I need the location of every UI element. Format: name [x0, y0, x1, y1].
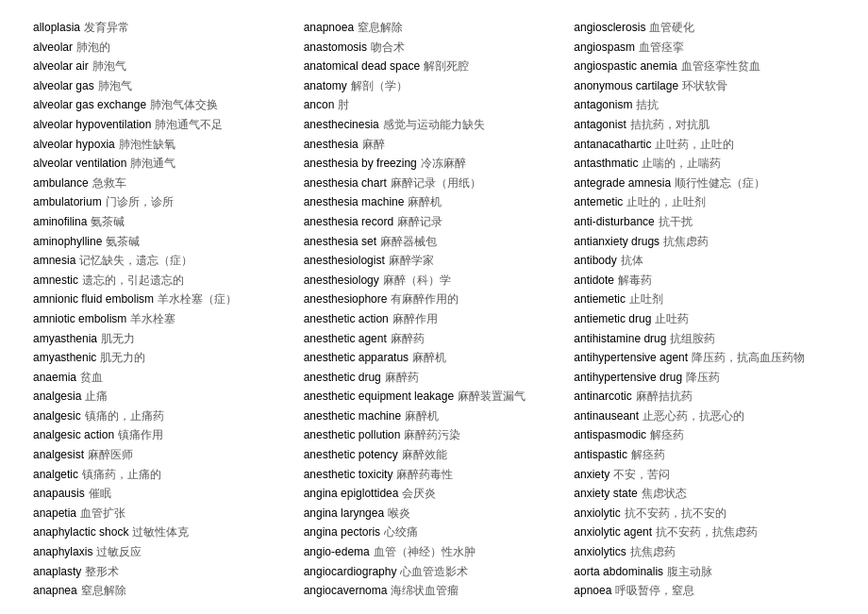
entry-definition: 血管扩张 [80, 505, 125, 523]
entry-definition: 肺泡的 [76, 39, 110, 57]
entry-definition: 止吐剂 [629, 290, 663, 308]
list-item: alveolar air肺泡气 [33, 58, 294, 75]
entry-term: anaplasty [33, 563, 81, 581]
list-item: amnesia记忆缺失，遗忘（症） [33, 252, 294, 270]
list-item: antidote解毒药 [574, 272, 835, 290]
entry-definition: 有麻醉作用的 [391, 290, 459, 308]
list-item: anaphylaxis过敏反应 [33, 543, 294, 561]
list-item: anonymous cartilage环状软骨 [574, 77, 835, 95]
entry-term: amnionic fluid embolism [33, 290, 154, 308]
entry-definition: 氨茶碱 [106, 233, 140, 251]
list-item: antasthmatic止喘的，止喘药 [574, 155, 835, 173]
entry-definition: 肘 [338, 96, 349, 114]
list-item: alveolar ventilation肺泡通气 [33, 155, 294, 173]
list-item: alveolar gas exchange肺泡气体交换 [33, 96, 294, 114]
list-item: anesthetic equipment leakage麻醉装置漏气 [304, 388, 565, 406]
entry-definition: 环状软骨 [682, 77, 727, 95]
list-item: anatomical dead space解剖死腔 [304, 58, 565, 75]
entry-definition: 止喘的，止喘药 [642, 155, 721, 173]
list-item: anesthesia record麻醉记录 [304, 213, 565, 231]
entry-term: antispastic [574, 446, 627, 464]
entry-definition: 羊水栓塞（症） [158, 290, 237, 308]
entry-definition: 止吐药 [655, 310, 689, 328]
entry-definition: 拮抗药，对抗肌 [630, 116, 709, 134]
list-item: angina epiglottidea会厌炎 [304, 485, 565, 503]
entry-term: amnestic [33, 272, 78, 290]
entry-term: alloplasia [33, 19, 80, 37]
entry-term: anesthetic agent [304, 330, 387, 348]
entry-definition: 抗焦虑药 [663, 233, 709, 251]
entry-term: amyasthenic [33, 349, 96, 367]
entry-definition: 镇痛的，止痛药 [85, 407, 164, 425]
entry-definition: 血管痉挛 [639, 39, 684, 57]
entry-definition: 麻醉装置漏气 [458, 388, 526, 406]
entry-definition: 降压药，抗高血压药物 [692, 349, 805, 367]
list-item: antegrade amnesia顺行性健忘（症） [574, 174, 835, 192]
list-item: anatomy解剖（学） [304, 77, 565, 95]
entry-definition: 止痛 [85, 388, 108, 406]
list-item: antagonist拮抗药，对抗肌 [574, 116, 835, 134]
list-item: ambulance急救车 [33, 174, 294, 192]
main-content: alloplasia发育异常alveolar肺泡的alveolar air肺泡气… [28, 19, 840, 600]
entry-definition: 肺泡通气 [130, 155, 175, 173]
list-item: analgesist麻醉医师 [33, 446, 294, 464]
entry-term: anesthesiophore [304, 290, 388, 308]
column-col2: anapnoea窒息解除anastomosis吻合术anatomical dea… [299, 19, 570, 600]
entry-definition: 贫血 [80, 369, 103, 387]
entry-definition: 门诊所，诊所 [106, 193, 174, 211]
list-item: antinarcotic麻醉拮抗药 [574, 388, 835, 406]
entry-definition: 抗焦虑药 [630, 543, 676, 561]
list-item: alloplasia发育异常 [33, 19, 294, 37]
list-item: antinauseant止恶心药，抗恶心的 [574, 407, 835, 425]
entry-definition: 麻醉效能 [402, 446, 447, 464]
entry-term: anesthecinesia [304, 116, 379, 134]
entry-term: angiocardiography [304, 563, 397, 581]
entry-definition: 心绞痛 [384, 523, 418, 541]
entry-definition: 解毒药 [618, 272, 652, 290]
list-item: alveolar肺泡的 [33, 39, 294, 57]
list-item: anesthesiologist麻醉学家 [304, 252, 565, 270]
entry-definition: 麻醉药毒性 [396, 466, 453, 484]
list-item: anastomosis吻合术 [304, 39, 565, 57]
entry-term: angiospastic anemia [574, 58, 676, 75]
entry-term: anesthesia chart [304, 174, 387, 192]
entry-definition: 血管（神经）性水肿 [374, 543, 476, 561]
entry-term: amnesia [33, 252, 75, 270]
list-item: analgesia止痛 [33, 388, 294, 406]
entry-term: alveolar air [33, 58, 89, 75]
entry-definition: 麻醉 [362, 136, 385, 154]
list-item: antihistamine drug抗组胺药 [574, 330, 835, 348]
entry-term: analgetic [33, 466, 78, 484]
entry-term: antegrade amnesia [574, 174, 671, 192]
list-item: analgetic镇痛药，止痛的 [33, 466, 294, 484]
entry-definition: 麻醉（科）学 [383, 272, 451, 290]
entry-definition: 血管痉挛性贫血 [681, 58, 760, 75]
entry-term: angina pectoris [304, 523, 380, 541]
entry-term: anesthesia set [304, 233, 376, 251]
entry-definition: 吻合术 [371, 39, 405, 57]
entry-term: anesthesia record [304, 213, 393, 231]
entry-term: anaemia [33, 369, 76, 387]
entry-definition: 肺泡性缺氧 [119, 136, 175, 154]
list-item: anesthetic pollution麻醉药污染 [304, 426, 565, 444]
list-item: anesthetic apparatus麻醉机 [304, 349, 565, 367]
entry-definition: 海绵状血管瘤 [391, 582, 459, 600]
entry-definition: 顺行性健忘（症） [675, 174, 765, 192]
entry-definition: 麻醉记录（用纸） [391, 174, 481, 192]
entry-definition: 遗忘的，引起遗忘的 [82, 272, 184, 290]
entry-term: anonymous cartilage [574, 77, 678, 95]
entry-term: antinauseant [574, 407, 639, 425]
entry-definition: 肺泡通气不足 [155, 116, 223, 134]
entry-definition: 会厌炎 [402, 485, 436, 503]
entry-definition: 感觉与运动能力缺失 [383, 116, 485, 134]
entry-definition: 窒息解除 [81, 582, 126, 600]
list-item: anesthesia by freezing冷冻麻醉 [304, 155, 565, 173]
entry-term: alveolar hypoxia [33, 136, 115, 154]
entry-definition: 麻醉机 [412, 349, 446, 367]
list-item: aorta abdominalis腹主动脉 [574, 563, 835, 581]
entry-definition: 麻醉拮抗药 [636, 388, 693, 406]
entry-definition: 拮抗 [636, 96, 659, 114]
list-item: anxiety不安，苦闷 [574, 466, 835, 484]
entry-term: anesthetic machine [304, 407, 401, 425]
list-item: anti-disturbance抗干扰 [574, 213, 835, 231]
